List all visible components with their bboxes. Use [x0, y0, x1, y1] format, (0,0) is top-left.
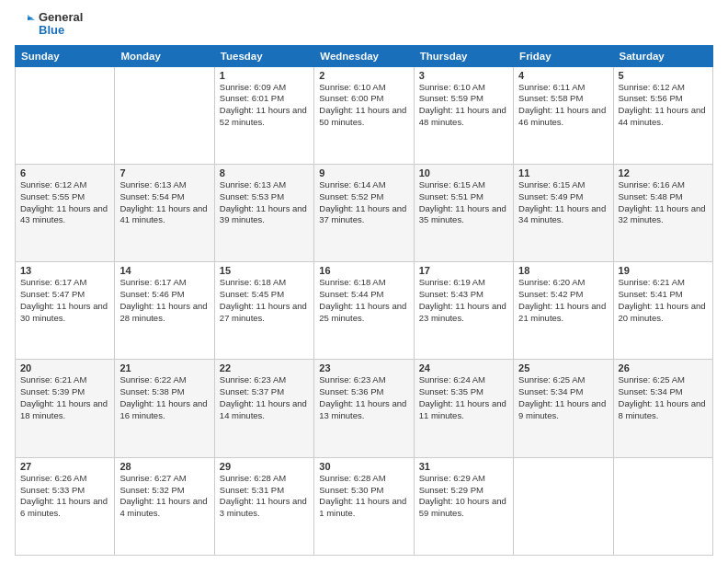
calendar-cell: 2Sunrise: 6:10 AMSunset: 6:00 PMDaylight…	[314, 66, 414, 164]
day-info: Sunrise: 6:10 AMSunset: 6:00 PMDaylight:…	[319, 82, 408, 129]
week-row-2: 6Sunrise: 6:12 AMSunset: 5:55 PMDaylight…	[16, 164, 713, 261]
calendar-cell: 9Sunrise: 6:14 AMSunset: 5:52 PMDaylight…	[314, 164, 414, 261]
day-number: 16	[319, 265, 408, 276]
calendar-cell: 8Sunrise: 6:13 AMSunset: 5:53 PMDaylight…	[214, 164, 313, 261]
day-info: Sunrise: 6:13 AMSunset: 5:54 PMDaylight:…	[119, 179, 209, 226]
day-info: Sunrise: 6:18 AMSunset: 5:45 PMDaylight:…	[220, 277, 309, 324]
calendar-cell: 30Sunrise: 6:28 AMSunset: 5:30 PMDayligh…	[314, 457, 414, 555]
logo-text: General Blue	[39, 11, 83, 38]
day-number: 22	[220, 362, 309, 373]
calendar-table: SundayMondayTuesdayWednesdayThursdayFrid…	[15, 45, 713, 556]
calendar-cell: 15Sunrise: 6:18 AMSunset: 5:45 PMDayligh…	[214, 262, 313, 360]
day-number: 29	[220, 461, 309, 472]
day-info: Sunrise: 6:28 AMSunset: 5:31 PMDaylight:…	[220, 473, 309, 520]
calendar-cell: 19Sunrise: 6:21 AMSunset: 5:41 PMDayligh…	[613, 262, 712, 360]
calendar-cell: 3Sunrise: 6:10 AMSunset: 5:59 PMDaylight…	[414, 66, 513, 164]
day-info: Sunrise: 6:15 AMSunset: 5:49 PMDaylight:…	[518, 179, 608, 226]
calendar-cell: 7Sunrise: 6:13 AMSunset: 5:54 PMDaylight…	[115, 164, 214, 261]
calendar-cell: 6Sunrise: 6:12 AMSunset: 5:55 PMDaylight…	[16, 164, 115, 261]
calendar-cell: 12Sunrise: 6:16 AMSunset: 5:48 PMDayligh…	[613, 164, 712, 261]
day-info: Sunrise: 6:29 AMSunset: 5:29 PMDaylight:…	[419, 473, 508, 520]
day-number: 14	[119, 265, 209, 276]
day-number: 26	[619, 362, 708, 373]
calendar-cell: 1Sunrise: 6:09 AMSunset: 6:01 PMDaylight…	[214, 66, 313, 164]
weekday-header-friday: Friday	[514, 45, 613, 66]
day-info: Sunrise: 6:13 AMSunset: 5:53 PMDaylight:…	[220, 179, 309, 226]
day-info: Sunrise: 6:22 AMSunset: 5:38 PMDaylight:…	[119, 374, 209, 421]
day-number: 28	[119, 461, 209, 472]
day-number: 8	[220, 167, 309, 178]
calendar-cell: 24Sunrise: 6:24 AMSunset: 5:35 PMDayligh…	[414, 360, 513, 457]
day-info: Sunrise: 6:26 AMSunset: 5:33 PMDaylight:…	[20, 473, 109, 520]
logo: General Blue	[15, 11, 83, 38]
calendar-cell: 28Sunrise: 6:27 AMSunset: 5:32 PMDayligh…	[115, 457, 214, 555]
day-info: Sunrise: 6:12 AMSunset: 5:55 PMDaylight:…	[20, 179, 109, 226]
day-number: 19	[619, 265, 708, 276]
day-number: 20	[20, 362, 109, 373]
day-number: 12	[619, 167, 708, 178]
day-info: Sunrise: 6:12 AMSunset: 5:56 PMDaylight:…	[619, 82, 708, 129]
calendar-cell: 13Sunrise: 6:17 AMSunset: 5:47 PMDayligh…	[16, 262, 115, 360]
day-info: Sunrise: 6:21 AMSunset: 5:41 PMDaylight:…	[619, 277, 708, 324]
day-number: 27	[20, 461, 109, 472]
day-number: 1	[220, 70, 309, 81]
day-info: Sunrise: 6:20 AMSunset: 5:42 PMDaylight:…	[518, 277, 608, 324]
day-info: Sunrise: 6:27 AMSunset: 5:32 PMDaylight:…	[119, 473, 209, 520]
day-info: Sunrise: 6:19 AMSunset: 5:43 PMDaylight:…	[419, 277, 508, 324]
weekday-header-tuesday: Tuesday	[214, 45, 313, 66]
header: General Blue	[15, 11, 713, 38]
calendar-cell: 22Sunrise: 6:23 AMSunset: 5:37 PMDayligh…	[214, 360, 313, 457]
day-info: Sunrise: 6:11 AMSunset: 5:58 PMDaylight:…	[518, 82, 608, 129]
calendar-cell: 10Sunrise: 6:15 AMSunset: 5:51 PMDayligh…	[414, 164, 513, 261]
calendar-cell: 17Sunrise: 6:19 AMSunset: 5:43 PMDayligh…	[414, 262, 513, 360]
day-number: 5	[619, 70, 708, 81]
day-info: Sunrise: 6:18 AMSunset: 5:44 PMDaylight:…	[319, 277, 408, 324]
day-info: Sunrise: 6:17 AMSunset: 5:46 PMDaylight:…	[119, 277, 209, 324]
weekday-header-monday: Monday	[115, 45, 214, 66]
day-info: Sunrise: 6:25 AMSunset: 5:34 PMDaylight:…	[619, 374, 708, 421]
weekday-header-saturday: Saturday	[613, 45, 712, 66]
calendar-cell	[115, 66, 214, 164]
day-number: 21	[119, 362, 209, 373]
calendar-cell: 18Sunrise: 6:20 AMSunset: 5:42 PMDayligh…	[514, 262, 613, 360]
day-info: Sunrise: 6:10 AMSunset: 5:59 PMDaylight:…	[419, 82, 508, 129]
calendar-cell: 20Sunrise: 6:21 AMSunset: 5:39 PMDayligh…	[16, 360, 115, 457]
day-info: Sunrise: 6:23 AMSunset: 5:36 PMDaylight:…	[319, 374, 408, 421]
day-number: 11	[518, 167, 608, 178]
calendar-cell: 25Sunrise: 6:25 AMSunset: 5:34 PMDayligh…	[514, 360, 613, 457]
day-number: 24	[419, 362, 508, 373]
calendar-cell: 5Sunrise: 6:12 AMSunset: 5:56 PMDaylight…	[613, 66, 712, 164]
week-row-3: 13Sunrise: 6:17 AMSunset: 5:47 PMDayligh…	[16, 262, 713, 360]
calendar-cell: 11Sunrise: 6:15 AMSunset: 5:49 PMDayligh…	[514, 164, 613, 261]
day-number: 31	[419, 461, 508, 472]
day-number: 3	[419, 70, 508, 81]
day-info: Sunrise: 6:25 AMSunset: 5:34 PMDaylight:…	[518, 374, 608, 421]
week-row-1: 1Sunrise: 6:09 AMSunset: 6:01 PMDaylight…	[16, 66, 713, 164]
calendar-cell: 26Sunrise: 6:25 AMSunset: 5:34 PMDayligh…	[613, 360, 712, 457]
calendar-cell	[613, 457, 712, 555]
day-number: 17	[419, 265, 508, 276]
calendar-cell: 23Sunrise: 6:23 AMSunset: 5:36 PMDayligh…	[314, 360, 414, 457]
day-number: 7	[119, 167, 209, 178]
page: General Blue SundayMondayTuesdayWednesda…	[0, 0, 728, 563]
calendar-cell: 21Sunrise: 6:22 AMSunset: 5:38 PMDayligh…	[115, 360, 214, 457]
calendar-cell: 31Sunrise: 6:29 AMSunset: 5:29 PMDayligh…	[414, 457, 513, 555]
weekday-header-thursday: Thursday	[414, 45, 513, 66]
calendar-cell: 29Sunrise: 6:28 AMSunset: 5:31 PMDayligh…	[214, 457, 313, 555]
day-number: 23	[319, 362, 408, 373]
week-row-4: 20Sunrise: 6:21 AMSunset: 5:39 PMDayligh…	[16, 360, 713, 457]
day-number: 15	[220, 265, 309, 276]
weekday-header-sunday: Sunday	[16, 45, 115, 66]
calendar-cell: 4Sunrise: 6:11 AMSunset: 5:58 PMDaylight…	[514, 66, 613, 164]
day-number: 18	[518, 265, 608, 276]
day-info: Sunrise: 6:17 AMSunset: 5:47 PMDaylight:…	[20, 277, 109, 324]
calendar-cell	[514, 457, 613, 555]
day-info: Sunrise: 6:09 AMSunset: 6:01 PMDaylight:…	[220, 82, 309, 129]
day-number: 2	[319, 70, 408, 81]
day-number: 25	[518, 362, 608, 373]
calendar-cell	[16, 66, 115, 164]
day-number: 30	[319, 461, 408, 472]
calendar-cell: 14Sunrise: 6:17 AMSunset: 5:46 PMDayligh…	[115, 262, 214, 360]
day-info: Sunrise: 6:24 AMSunset: 5:35 PMDaylight:…	[419, 374, 508, 421]
day-info: Sunrise: 6:16 AMSunset: 5:48 PMDaylight:…	[619, 179, 708, 226]
